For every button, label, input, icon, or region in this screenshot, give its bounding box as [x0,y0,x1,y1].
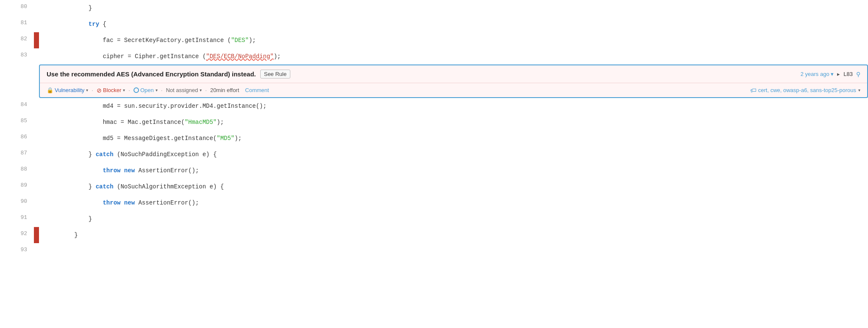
line-number: 89 [0,179,34,195]
line-number: 91 [0,211,34,227]
code-line: 91 } [0,211,868,227]
gutter-marker [34,16,39,32]
code-line: 86 md5 = MessageDigest.getInstance("MD5"… [0,130,868,146]
code-text: } [39,211,868,227]
code-line: 87 } catch (NoSuchPaddingException e) { [0,146,868,163]
code-line: 81 try { [0,16,868,32]
vulnerability-dropdown-icon: ▾ [86,88,88,93]
gutter-marker [34,179,39,195]
issue-meta-left: 🔒 Vulnerability ▾ · ⊘ Blocker ▾ · Open ▾ [47,87,269,94]
code-text: throw new AssertionError(); [39,163,868,179]
gutter-marker [34,243,39,259]
comment-link[interactable]: Comment [245,87,269,93]
blocker-badge[interactable]: ⊘ Blocker ▾ [97,87,125,94]
code-text [39,243,868,259]
code-line: 80 } [0,0,868,16]
issue-row-meta: 🔒 Vulnerability ▾ · ⊘ Blocker ▾ · Open ▾ [40,83,867,97]
lock-icon: 🔒 [47,87,53,93]
code-line: 85 hmac = Mac.getInstance("HmacMD5"); [0,114,868,130]
gutter-marker [34,146,39,163]
gutter-marker [34,98,39,114]
code-text: try { [39,16,868,32]
line-number: 84 [0,98,34,114]
tags-dropdown-icon[interactable]: ▾ [858,88,860,93]
code-line: 82 fac = SecretKeyFactory.getInstance ("… [0,32,868,48]
open-badge[interactable]: Open ▾ [134,87,158,93]
issue-title-right: 2 years ago ▾ ▸ L83 ⚲ [801,71,860,78]
line-number: 92 [0,227,34,243]
gutter-marker [34,48,39,64]
code-text: md5 = MessageDigest.getInstance("MD5"); [39,130,868,146]
gutter-marker [34,32,39,48]
gutter-marker [34,195,39,211]
code-text: } catch (NoSuchPaddingException e) { [39,146,868,163]
issue-time: 2 years ago ▾ [801,71,834,77]
code-text: } [39,0,868,16]
open-circle-icon [134,87,139,93]
code-text: hmac = Mac.getInstance("HmacMD5"); [39,114,868,130]
issue-title: Use the recommended AES (Advanced Encryp… [47,70,256,78]
gutter-marker [34,114,39,130]
assign-dropdown-icon: ▾ [200,88,202,93]
gutter-marker [34,163,39,179]
gutter-marker [34,0,39,16]
line-number: 80 [0,0,34,16]
issue-location: L83 [843,71,853,77]
blocker-dropdown-icon: ▾ [123,88,125,93]
tags-label: cert, cwe, owasp-a6, sans-top25-porous [758,87,856,93]
line-number: 88 [0,163,34,179]
effort-label: 20min effort [210,87,239,93]
link-icon[interactable]: ⚲ [856,71,860,78]
vulnerability-badge[interactable]: 🔒 Vulnerability ▾ [47,87,88,93]
gutter-marker [34,227,39,243]
code-text: fac = SecretKeyFactory.getInstance ("DES… [39,32,868,48]
see-rule-button[interactable]: See Rule [260,70,290,78]
line-number: 83 [0,48,34,64]
code-text: } [39,227,868,243]
code-line: 83 cipher = Cipher.getInstance ("DES/ECB… [0,48,868,64]
not-assigned-badge[interactable]: Not assigned ▾ [166,87,202,93]
code-line: 93 [0,243,868,259]
code-text: cipher = Cipher.getInstance ("DES/ECB/No… [39,48,868,64]
code-text: md4 = sun.security.provider.MD4.getInsta… [39,98,868,114]
code-text: } catch (NoSuchAlgorithmException e) { [39,179,868,195]
line-number: 82 [0,32,34,48]
line-number: 87 [0,146,34,163]
code-text: throw new AssertionError(); [39,195,868,211]
blocker-icon: ⊘ [97,87,102,94]
code-line: 92 } [0,227,868,243]
line-number: 85 [0,114,34,130]
line-number: 90 [0,195,34,211]
code-line: 89 } catch (NoSuchAlgorithmException e) … [0,179,868,195]
code-line: 90 throw new AssertionError(); [0,195,868,211]
line-number: 81 [0,16,34,32]
line-number: 86 [0,130,34,146]
code-line: 88 throw new AssertionError(); [0,163,868,179]
tag-icon: 🏷 [750,87,757,94]
line-number: 93 [0,243,34,259]
code-container: 80 }81 try {82 fac = SecretKeyFactory.ge… [0,0,868,328]
issue-meta-right: 🏷 cert, cwe, owasp-a6, sans-top25-porous… [750,87,860,94]
issue-row-title: Use the recommended AES (Advanced Encryp… [40,65,867,83]
code-line: 84 md4 = sun.security.provider.MD4.getIn… [0,98,868,114]
issue-box: Use the recommended AES (Advanced Encryp… [39,64,868,98]
gutter-marker [34,130,39,146]
gutter-marker [34,211,39,227]
open-dropdown-icon: ▾ [156,88,158,93]
